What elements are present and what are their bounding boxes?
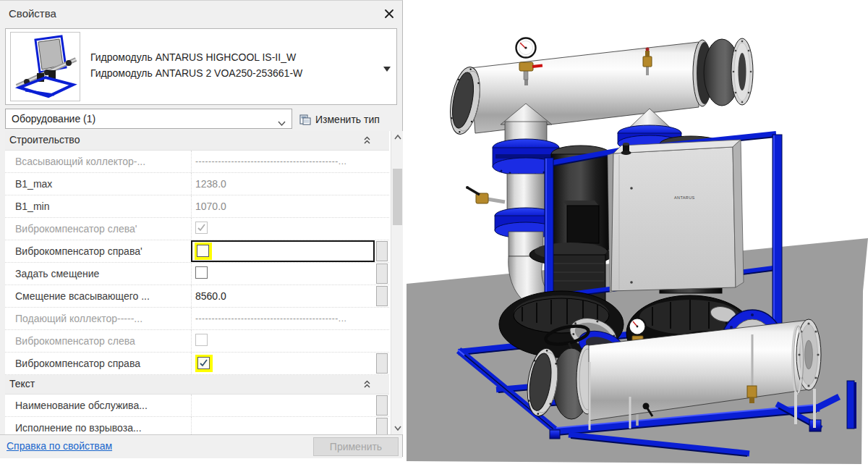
property-label: Виброкомпенсатор слева' — [5, 218, 191, 240]
property-label: Всасывающий коллектор-... — [5, 151, 191, 172]
property-label: Виброкомпенсатор слева — [5, 330, 191, 352]
property-row[interactable]: Задать смещение — [5, 263, 389, 285]
section-header[interactable]: Текст — [5, 375, 389, 395]
close-icon[interactable] — [383, 8, 395, 20]
property-label: Наименование обслужива... — [5, 395, 191, 416]
scroll-down-icon[interactable] — [391, 422, 403, 434]
property-row[interactable]: B1_min1070.0 — [5, 195, 389, 218]
type-preview-thumbnail — [10, 32, 80, 101]
type-name-line: Гидромодуль ANTARUS 2 VOA250-253661-W — [90, 65, 380, 81]
property-grid: СтроительствоВсасывающий коллектор-...--… — [5, 131, 403, 434]
section-header[interactable]: Строительство — [5, 131, 389, 151]
section-label: Строительство — [9, 134, 80, 146]
property-grid-rows: СтроительствоВсасывающий коллектор-...--… — [5, 131, 389, 434]
property-label: Задать смещение — [5, 263, 191, 285]
property-value[interactable]: 1238.0 — [191, 173, 375, 195]
checkbox-unchecked-icon[interactable] — [197, 245, 209, 257]
checkbox-unchecked-icon[interactable] — [195, 266, 208, 279]
associate-param-column — [375, 285, 389, 307]
associate-param-button[interactable] — [376, 353, 388, 374]
property-row[interactable]: Виброкомпенсатор справа' — [5, 240, 389, 263]
revit-screenshot: Свойства Гидромодуль ANTARUS HI — [0, 0, 868, 472]
category-filter-combo[interactable]: Оборудование (1) — [5, 109, 292, 129]
associate-param-button[interactable] — [376, 241, 388, 261]
associate-param-column — [375, 240, 389, 262]
associate-param-column — [375, 218, 389, 240]
checkbox-checked-icon — [195, 222, 208, 234]
associate-param-column — [375, 330, 389, 352]
property-row[interactable]: Наименование обслужива... — [5, 395, 389, 417]
property-value[interactable] — [191, 417, 375, 434]
property-value[interactable] — [191, 330, 375, 352]
property-value[interactable] — [191, 353, 375, 374]
property-value[interactable] — [191, 240, 375, 262]
property-label: Подающий коллектор-----... — [5, 308, 191, 329]
property-label: Виброкомпенсатор справа' — [5, 240, 191, 262]
collapse-section-icon[interactable] — [364, 135, 370, 148]
associate-param-column — [375, 417, 389, 434]
property-row[interactable]: Исполнение по взрывоза... — [5, 417, 389, 434]
properties-panel: Свойства Гидромодуль ANTARUS HI — [0, 0, 403, 457]
section-label: Текст — [9, 378, 35, 389]
property-label: Виброкомпенсатор справа — [5, 353, 191, 374]
property-value[interactable]: ----------------------------------------… — [191, 308, 375, 329]
type-selector[interactable]: Гидромодуль ANTARUS HIGHCOOL IS-II_W Гид… — [5, 28, 397, 105]
chevron-down-icon — [278, 117, 286, 130]
type-name: Гидромодуль ANTARUS HIGHCOOL IS-II_W Гид… — [90, 49, 380, 81]
panel-title-bar: Свойства — [0, 1, 402, 28]
category-filter-value: Оборудование (1) — [12, 113, 95, 125]
associate-param-column — [375, 395, 389, 416]
family-name: Гидромодуль ANTARUS HIGHCOOL IS-II_W — [90, 49, 380, 65]
property-label: Исполнение по взрывоза... — [5, 417, 191, 434]
collapse-section-icon[interactable] — [364, 379, 370, 392]
vibration-compensator-top — [693, 38, 753, 106]
associate-param-column — [375, 308, 389, 329]
grid-scrollbar[interactable] — [391, 131, 403, 434]
panel-footer: Справка по свойствам Применить — [0, 434, 402, 458]
associate-param-column — [375, 353, 389, 374]
highlighted-checkbox — [195, 243, 212, 260]
scroll-up-icon[interactable] — [391, 131, 403, 143]
cabinet-brand-label: ANTARUS — [674, 195, 695, 200]
associate-param-button[interactable] — [376, 395, 388, 416]
property-value[interactable]: 1070.0 — [191, 195, 375, 217]
property-value[interactable]: ----------------------------------------… — [191, 151, 375, 172]
edit-type-button[interactable]: Изменить тип — [299, 110, 380, 129]
associate-param-column — [375, 151, 389, 172]
property-row[interactable]: Всасывающий коллектор-...---------------… — [5, 151, 389, 173]
property-value[interactable] — [191, 263, 375, 285]
property-row[interactable]: B1_max1238.0 — [5, 173, 389, 195]
property-label: Смещение всасывающего ... — [5, 285, 191, 307]
property-row[interactable]: Виброкомпенсатор слева — [5, 330, 389, 353]
checkbox-unchecked-icon — [195, 334, 208, 346]
property-label: B1_min — [5, 195, 191, 217]
panel-title: Свойства — [9, 7, 56, 20]
property-value[interactable] — [191, 395, 375, 416]
properties-help-link[interactable]: Справка по свойствам — [7, 440, 112, 452]
selection-bar: Оборудование (1) Изменить тип — [0, 107, 402, 130]
property-row[interactable]: Смещение всасывающего ...8560.0 — [5, 285, 389, 308]
property-label: B1_max — [5, 173, 191, 195]
associate-param-column — [375, 173, 389, 195]
property-value[interactable]: 8560.0 — [191, 285, 375, 307]
scrollbar-thumb[interactable] — [393, 169, 402, 225]
control-cabinet: ANTARUS — [608, 140, 744, 292]
property-row[interactable]: Виброкомпенсатор справа — [5, 353, 389, 375]
associate-param-button[interactable] — [376, 418, 388, 434]
checkbox-checked-icon[interactable] — [197, 357, 210, 369]
property-row[interactable]: Виброкомпенсатор слева' — [5, 218, 389, 240]
highlighted-checkbox — [195, 355, 213, 372]
type-dropdown-icon[interactable] — [383, 62, 391, 69]
property-value[interactable] — [191, 218, 375, 240]
suction-manifold — [446, 38, 753, 137]
property-row[interactable]: Подающий коллектор-----...--------------… — [5, 308, 389, 330]
associate-param-button[interactable] — [376, 286, 388, 306]
associate-param-column — [375, 195, 389, 217]
associate-param-column — [375, 263, 389, 285]
edit-type-label: Изменить тип — [315, 114, 380, 125]
3d-viewport[interactable]: ANTARUS — [407, 0, 868, 472]
edit-type-icon — [299, 114, 311, 125]
apply-button[interactable]: Применить — [313, 437, 399, 456]
associate-param-button[interactable] — [376, 264, 388, 284]
